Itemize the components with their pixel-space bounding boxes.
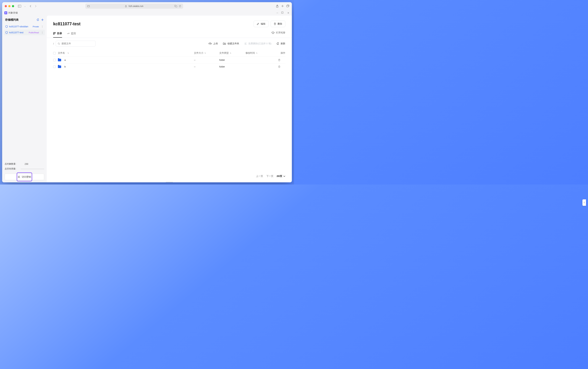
sidebar: 存储桶列表 kc811077 [2,16,47,182]
delete-row-icon[interactable] [278,65,285,68]
shield-icon [5,31,8,34]
folder-plus-icon [223,42,226,45]
file-table: 文件名⇅ 文件大小⇅ 文件类型⇅ 修改时间⇅ 操作 a -- folder [47,49,292,70]
reload-icon[interactable] [179,5,181,7]
sidebar-toggle-icon[interactable] [17,4,22,8]
svg-rect-9 [287,5,289,7]
window-close-icon[interactable] [5,5,7,7]
drag-handle-icon[interactable] [166,182,173,182]
svg-rect-16 [53,32,54,33]
file-size: -- [194,59,219,61]
sort-icon[interactable]: ⇅ [256,52,258,54]
pagination: 上一页 下一页 20/页 [47,171,292,182]
bucket-item-test[interactable]: kc811077-test PublicRead ⋮ [4,30,45,35]
delete-button[interactable]: 删除 [271,20,285,27]
sidebar-title: 存储桶列表 [5,18,19,21]
file-size: -- [194,65,219,68]
window-zoom-icon[interactable] [12,5,14,7]
stat-objects-value: 230 [25,163,28,165]
svg-rect-0 [18,5,21,7]
svg-rect-6 [175,6,177,7]
col-mtime-header[interactable]: 修改时间 [246,52,255,54]
browser-window: ⌄ hzh.sealos.run [2,2,292,182]
create-folder-button[interactable]: 创建文件夹 [223,42,239,45]
table-row[interactable]: b -- folder [53,63,285,70]
space-bar [21,169,44,169]
batch-icon [244,42,247,45]
svg-rect-17 [55,32,56,33]
more-icon[interactable]: ⋮ [41,25,43,28]
row-checkbox[interactable] [53,65,56,68]
col-type-header[interactable]: 文件类型 [219,52,229,54]
edit-icon [257,23,259,25]
sort-icon[interactable]: ⇅ [205,52,206,54]
add-bucket-icon[interactable] [41,19,44,21]
folder-icon [58,59,61,61]
app-maximize-icon[interactable] [281,11,284,14]
url-bar[interactable]: hzh.sealos.run [85,4,183,9]
hosting-icon [272,31,274,34]
breadcrumb[interactable]: / [53,42,54,45]
col-size-header[interactable]: 文件大小 [194,52,203,54]
share-icon[interactable] [276,5,279,8]
app-minimize-icon[interactable]: ─ [276,11,279,14]
access-key-button[interactable]: 访问密钥 [5,174,44,180]
shield-icon [5,25,8,28]
upload-button[interactable]: 上传 [209,42,218,45]
app-titlebar: 对象存储 ─ ✕ [2,10,292,16]
list-icon [18,176,20,178]
file-name: a [64,59,66,61]
nav-forward-icon[interactable] [34,4,38,8]
refresh-icon [277,42,279,45]
table-row[interactable]: a -- folder [53,57,285,63]
more-icon[interactable]: ⋮ [41,31,43,34]
search-input[interactable] [62,42,93,45]
tab-directory[interactable]: 目录 [53,30,62,38]
edit-button[interactable]: 编辑 [254,20,268,27]
directory-icon [53,32,56,35]
search-icon [58,42,60,45]
refresh-button[interactable]: 刷新 [277,42,285,45]
folder-icon [58,65,61,68]
select-all-checkbox[interactable] [53,52,56,54]
trash-icon [274,23,276,25]
search-box[interactable] [56,41,95,46]
delete-row-icon[interactable] [278,59,285,61]
translate-icon[interactable] [175,5,177,7]
chevron-down-icon[interactable]: ⌄ [23,4,27,8]
monitor-icon [67,32,70,35]
row-checkbox[interactable] [53,59,56,61]
stat-objects-label: 总对象数量: [5,163,19,165]
browser-toolbar: ⌄ hzh.sealos.run [2,2,292,10]
sort-icon[interactable]: ⇅ [230,52,231,54]
next-page-button[interactable]: 下一页 [266,174,273,178]
open-hosting-button[interactable]: 打开托管 [272,31,285,37]
refresh-buckets-icon[interactable] [37,19,39,21]
app-close-icon[interactable]: ✕ [287,11,290,14]
table-header: 文件名⇅ 文件大小⇅ 文件类型⇅ 修改时间⇅ 操作 [53,49,285,57]
sort-icon[interactable]: ⇅ [67,52,69,54]
stat-space-label: 总空间用量: [5,167,19,170]
prev-page-button[interactable]: 上一页 [256,174,263,178]
col-name-header[interactable]: 文件名 [58,51,65,55]
access-badge: Private [32,25,40,28]
access-badge: PublicRead [28,31,40,34]
file-type: folder [219,65,246,68]
svg-rect-12 [281,12,283,13]
new-tab-icon[interactable] [281,5,284,8]
bucket-name: kc811077-test [9,31,28,34]
url-text: hzh.sealos.run [129,5,143,7]
nav-back-icon[interactable] [28,4,32,8]
chevron-down-icon [283,176,285,177]
batch-delete-button: 批量删除(已选择 0 项) [244,42,271,45]
site-settings-icon[interactable] [87,5,90,7]
app-icon [4,11,7,14]
main-panel: kc811077-test 编辑 删除 [47,16,292,182]
window-minimize-icon[interactable] [8,5,10,7]
page-size-select[interactable]: 20/页 [277,174,285,178]
svg-line-20 [59,44,60,45]
app-frame: 对象存储 ─ ✕ 存储桶列表 [2,10,292,182]
tab-overview-icon[interactable] [286,5,289,8]
tab-monitor[interactable]: 监控 [67,30,76,38]
bucket-item-obsidian[interactable]: kc811077-obsidian Private ⋮ [4,24,45,29]
